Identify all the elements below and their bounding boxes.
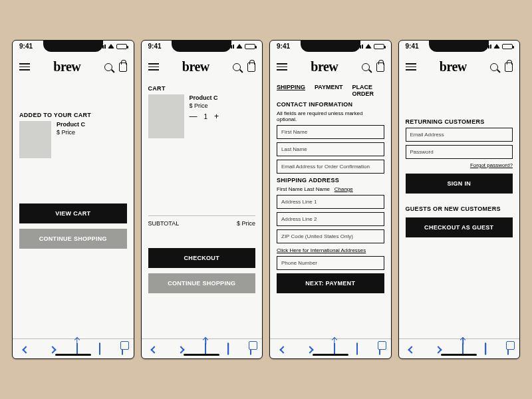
search-icon[interactable] xyxy=(490,63,498,71)
product-name: Product C xyxy=(57,121,85,128)
search-icon[interactable] xyxy=(362,63,370,71)
brand-logo[interactable]: brew xyxy=(311,59,338,74)
battery-icon xyxy=(116,44,127,49)
battery-icon xyxy=(245,44,255,49)
back-icon[interactable] xyxy=(152,343,157,355)
status-time: 9:41 xyxy=(406,43,419,50)
product-image xyxy=(19,121,51,158)
menu-icon[interactable] xyxy=(19,63,30,70)
required-note: All fields are required unless marked op… xyxy=(277,110,384,122)
returning-title: RETURNING CUSTOMERS xyxy=(406,118,513,125)
share-icon[interactable] xyxy=(334,343,335,355)
shipping-name: First Name Last Name xyxy=(277,186,330,192)
tabs-icon[interactable] xyxy=(250,343,251,355)
bag-icon[interactable] xyxy=(119,63,127,72)
zip-field[interactable]: ZIP Code (United States Only) xyxy=(277,229,384,243)
subtotal-value: $ Price xyxy=(237,220,255,227)
address-line-1-field[interactable]: Address Line 1 xyxy=(277,195,384,209)
bookmarks-icon[interactable] xyxy=(227,343,229,355)
bookmarks-icon[interactable] xyxy=(485,343,486,355)
bag-icon[interactable] xyxy=(376,63,384,72)
menu-icon[interactable] xyxy=(406,63,416,70)
status-time: 9:41 xyxy=(19,43,33,50)
share-icon[interactable] xyxy=(205,343,206,355)
last-name-field[interactable]: Last Name xyxy=(277,142,384,156)
next-payment-button[interactable]: NEXT: PAYMENT xyxy=(277,273,384,293)
search-icon[interactable] xyxy=(104,63,112,71)
menu-icon[interactable] xyxy=(148,63,159,70)
home-indicator xyxy=(55,354,91,356)
status-time: 9:41 xyxy=(277,43,290,50)
forward-icon[interactable] xyxy=(50,343,55,355)
change-link[interactable]: Change xyxy=(334,186,353,192)
share-icon[interactable] xyxy=(76,343,78,355)
share-icon[interactable] xyxy=(462,343,464,355)
sign-in-button[interactable]: SIGN IN xyxy=(406,174,513,194)
bag-icon[interactable] xyxy=(247,63,255,72)
international-link[interactable]: Click Here for International Addresses xyxy=(277,247,366,253)
signin-password-field[interactable]: Password xyxy=(406,145,513,159)
forward-icon[interactable] xyxy=(178,343,184,355)
phone-shipping: 9:41 brew SHIPPING PAYMENT PLACE ORDER xyxy=(269,40,392,359)
wifi-icon xyxy=(365,44,372,49)
device-notch xyxy=(43,40,103,52)
back-icon[interactable] xyxy=(23,343,29,355)
tab-payment[interactable]: PAYMENT xyxy=(315,84,343,97)
subtotal-label: SUBTOTAL xyxy=(148,220,180,227)
checkout-button[interactable]: CHECKOUT xyxy=(148,248,256,268)
phone-cart: 9:41 brew CART Product C xyxy=(141,40,263,359)
wifi-icon xyxy=(493,44,500,49)
phone-signin: 9:41 brew RETURNING CUSTOMERS Email Addr… xyxy=(398,40,521,359)
bookmarks-icon[interactable] xyxy=(356,343,358,355)
tabs-icon[interactable] xyxy=(122,343,123,355)
menu-icon[interactable] xyxy=(277,63,287,70)
divider xyxy=(148,215,256,216)
continue-shopping-button[interactable]: CONTINUE SHOPPING xyxy=(148,273,256,293)
back-icon[interactable] xyxy=(409,343,414,355)
phone-field[interactable]: Phone Number xyxy=(277,256,384,270)
wifi-icon xyxy=(108,44,114,49)
product-image xyxy=(148,94,184,138)
back-icon[interactable] xyxy=(281,343,286,355)
bookmarks-icon[interactable] xyxy=(99,343,100,355)
tabs-icon[interactable] xyxy=(507,343,509,355)
battery-icon xyxy=(502,44,513,49)
signin-email-field[interactable]: Email Address xyxy=(406,128,513,142)
email-field[interactable]: Email Address for Order Confirmation xyxy=(277,160,384,174)
forgot-password-link[interactable]: Forgot password? xyxy=(406,162,513,168)
brand-logo[interactable]: brew xyxy=(53,59,80,74)
qty-value: 1 xyxy=(204,113,208,120)
wifi-icon xyxy=(236,44,243,49)
qty-minus[interactable]: — xyxy=(190,112,198,121)
product-price: $ Price xyxy=(57,129,85,136)
view-cart-button[interactable]: VIEW CART xyxy=(19,203,127,223)
product-name: Product C xyxy=(190,94,219,101)
contact-info-title: CONTACT INFORMATION xyxy=(277,101,384,108)
status-time: 9:41 xyxy=(148,43,162,50)
forward-icon[interactable] xyxy=(307,343,313,355)
shipping-address-title: SHIPPING ADDRESS xyxy=(277,177,384,184)
tab-shipping[interactable]: SHIPPING xyxy=(277,84,305,97)
added-title: ADDED TO YOUR CART xyxy=(19,112,127,118)
search-icon[interactable] xyxy=(233,63,241,71)
continue-shopping-button[interactable]: CONTINUE SHOPPING xyxy=(19,229,127,249)
product-price: $ Price xyxy=(190,102,219,109)
first-name-field[interactable]: First Name xyxy=(277,125,384,139)
tabs-icon[interactable] xyxy=(379,343,380,355)
phone-added-to-cart: 9:41 brew ADDED TO YOUR CART xyxy=(12,40,134,359)
address-line-2-field[interactable]: Address Line 2 xyxy=(277,212,384,226)
bag-icon[interactable] xyxy=(505,63,513,72)
tab-place-order[interactable]: PLACE ORDER xyxy=(352,84,384,97)
checkout-as-guest-button[interactable]: CHECKOUT AS GUEST xyxy=(406,217,513,237)
brand-logo[interactable]: brew xyxy=(182,59,209,74)
brand-logo[interactable]: brew xyxy=(440,59,467,74)
cart-title: CART xyxy=(148,85,256,92)
guests-title: GUESTS OR NEW CUSTOMERS xyxy=(406,205,513,212)
battery-icon xyxy=(374,44,384,49)
qty-plus[interactable]: + xyxy=(214,112,219,121)
forward-icon[interactable] xyxy=(436,343,441,355)
